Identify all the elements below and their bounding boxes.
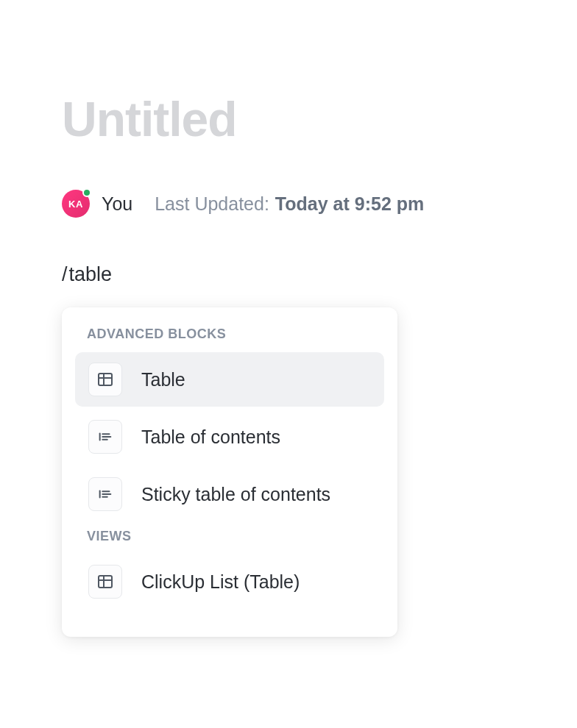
dropdown-section-header-advanced-blocks: ADVANCED BLOCKS [87,326,372,342]
author-name: You [102,193,132,215]
menu-item-label: Table [141,369,185,390]
menu-item-sticky-table-of-contents[interactable]: Sticky table of contents [75,467,384,521]
table-icon [88,565,122,599]
avatar-initials: KA [68,199,83,210]
menu-item-label: Sticky table of contents [141,484,330,505]
toc-icon [88,477,122,511]
svg-rect-0 [99,374,112,385]
last-updated-time: Today at 9:52 pm [275,193,424,215]
menu-item-clickup-list-table[interactable]: ClickUp List (Table) [75,554,384,609]
last-updated-label: Last Updated: [155,193,269,215]
presence-dot-icon [82,188,91,197]
slash-prefix: / [62,263,69,285]
dropdown-section-header-views: VIEWS [87,529,372,544]
slash-command-input[interactable]: /table [62,263,112,286]
slash-command-dropdown: ADVANCED BLOCKS Table Table of contents [62,307,397,637]
table-icon [88,363,122,396]
menu-item-table-of-contents[interactable]: Table of contents [75,410,384,464]
avatar[interactable]: KA [62,190,90,218]
author-meta-row: KA You Last Updated: Today at 9:52 pm [62,190,424,218]
slash-query-text: table [69,263,113,285]
menu-item-table[interactable]: Table [75,352,384,407]
svg-rect-11 [99,576,112,588]
menu-item-label: ClickUp List (Table) [141,571,300,593]
menu-item-label: Table of contents [141,427,280,448]
page-title[interactable]: Untitled [62,91,237,147]
toc-icon [88,420,122,454]
